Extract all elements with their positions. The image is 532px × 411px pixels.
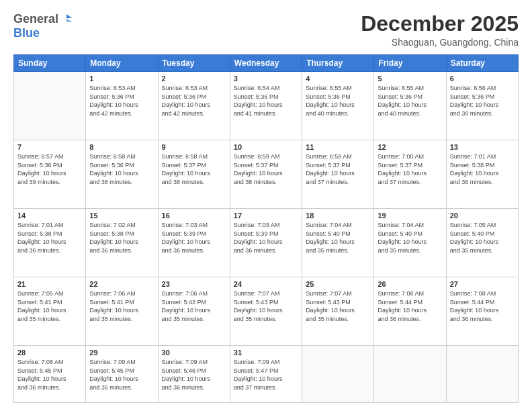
day-info: Sunrise: 6:59 AM Sunset: 5:37 PM Dayligh… (234, 152, 298, 186)
calendar-day-cell: 16Sunrise: 7:03 AM Sunset: 5:39 PM Dayli… (158, 209, 230, 277)
calendar-day-cell: 25Sunrise: 7:07 AM Sunset: 5:43 PM Dayli… (302, 277, 374, 346)
day-info: Sunrise: 7:09 AM Sunset: 5:47 PM Dayligh… (234, 358, 298, 392)
calendar-week-row: 14Sunrise: 7:01 AM Sunset: 5:38 PM Dayli… (14, 209, 519, 277)
day-number: 31 (234, 349, 298, 357)
calendar-day-cell: 14Sunrise: 7:01 AM Sunset: 5:38 PM Dayli… (14, 209, 86, 277)
calendar-day-cell: 6Sunrise: 6:56 AM Sunset: 5:36 PM Daylig… (446, 72, 518, 140)
day-number: 28 (17, 349, 82, 357)
month-title: December 2025 (361, 12, 519, 36)
svg-marker-1 (66, 18, 72, 22)
day-info: Sunrise: 7:09 AM Sunset: 5:46 PM Dayligh… (162, 358, 226, 392)
day-number: 21 (17, 280, 82, 288)
day-info: Sunrise: 6:55 AM Sunset: 5:36 PM Dayligh… (306, 84, 370, 118)
calendar-day-cell: 28Sunrise: 7:08 AM Sunset: 5:45 PM Dayli… (14, 345, 86, 402)
calendar-day-cell (446, 345, 518, 402)
calendar-day-cell: 4Sunrise: 6:55 AM Sunset: 5:36 PM Daylig… (302, 72, 374, 140)
day-of-week-header: Tuesday (158, 55, 230, 72)
calendar-week-row: 21Sunrise: 7:05 AM Sunset: 5:41 PM Dayli… (14, 277, 519, 346)
day-number: 16 (162, 212, 226, 220)
day-number: 27 (450, 280, 515, 288)
calendar-day-cell (374, 345, 446, 402)
calendar-day-cell: 2Sunrise: 6:53 AM Sunset: 5:36 PM Daylig… (158, 72, 230, 140)
day-info: Sunrise: 7:04 AM Sunset: 5:40 PM Dayligh… (306, 221, 370, 255)
day-info: Sunrise: 7:06 AM Sunset: 5:42 PM Dayligh… (162, 289, 226, 323)
calendar-day-cell: 27Sunrise: 7:08 AM Sunset: 5:44 PM Dayli… (446, 277, 518, 346)
day-number: 23 (162, 280, 226, 288)
title-block: December 2025 Shaoguan, Guangdong, China (361, 12, 519, 48)
day-number: 26 (378, 280, 442, 288)
header: General Blue December 2025 Shaoguan, Gua… (13, 12, 519, 48)
calendar-day-cell: 29Sunrise: 7:09 AM Sunset: 5:45 PM Dayli… (86, 345, 158, 402)
logo-blue-text: Blue (13, 26, 40, 40)
day-of-week-header: Sunday (14, 55, 86, 72)
location-title: Shaoguan, Guangdong, China (361, 37, 519, 48)
calendar-day-cell: 8Sunrise: 6:58 AM Sunset: 5:36 PM Daylig… (86, 140, 158, 209)
logo-general-text: General (13, 12, 58, 26)
day-info: Sunrise: 7:04 AM Sunset: 5:40 PM Dayligh… (378, 221, 442, 255)
calendar-day-cell: 15Sunrise: 7:02 AM Sunset: 5:38 PM Dayli… (86, 209, 158, 277)
day-number: 10 (234, 143, 298, 151)
day-info: Sunrise: 6:58 AM Sunset: 5:36 PM Dayligh… (89, 152, 154, 186)
day-number: 19 (378, 212, 442, 220)
calendar-week-row: 1Sunrise: 6:53 AM Sunset: 5:36 PM Daylig… (14, 72, 519, 140)
calendar-day-cell: 20Sunrise: 7:05 AM Sunset: 5:40 PM Dayli… (446, 209, 518, 277)
day-number: 22 (89, 280, 154, 288)
calendar-day-cell: 22Sunrise: 7:06 AM Sunset: 5:41 PM Dayli… (86, 277, 158, 346)
calendar-table: SundayMondayTuesdayWednesdayThursdayFrid… (13, 54, 519, 403)
day-info: Sunrise: 7:08 AM Sunset: 5:44 PM Dayligh… (450, 289, 515, 323)
calendar-day-cell: 19Sunrise: 7:04 AM Sunset: 5:40 PM Dayli… (374, 209, 446, 277)
day-number: 17 (234, 212, 298, 220)
day-number: 25 (306, 280, 370, 288)
day-info: Sunrise: 6:53 AM Sunset: 5:36 PM Dayligh… (89, 84, 154, 118)
day-number: 4 (306, 75, 370, 83)
day-info: Sunrise: 6:59 AM Sunset: 5:37 PM Dayligh… (306, 152, 370, 186)
day-info: Sunrise: 6:53 AM Sunset: 5:36 PM Dayligh… (162, 84, 226, 118)
day-info: Sunrise: 7:08 AM Sunset: 5:44 PM Dayligh… (378, 289, 442, 323)
calendar-header-row: SundayMondayTuesdayWednesdayThursdayFrid… (14, 55, 519, 72)
day-number: 6 (450, 75, 515, 83)
day-number: 2 (162, 75, 226, 83)
day-of-week-header: Friday (374, 55, 446, 72)
calendar-day-cell: 7Sunrise: 6:57 AM Sunset: 5:36 PM Daylig… (14, 140, 86, 209)
day-of-week-header: Thursday (302, 55, 374, 72)
day-number: 1 (89, 75, 154, 83)
day-info: Sunrise: 7:07 AM Sunset: 5:43 PM Dayligh… (306, 289, 370, 323)
calendar-day-cell: 5Sunrise: 6:55 AM Sunset: 5:36 PM Daylig… (374, 72, 446, 140)
calendar-day-cell: 23Sunrise: 7:06 AM Sunset: 5:42 PM Dayli… (158, 277, 230, 346)
logo: General Blue (13, 12, 73, 40)
calendar-week-row: 7Sunrise: 6:57 AM Sunset: 5:36 PM Daylig… (14, 140, 519, 209)
day-info: Sunrise: 7:01 AM Sunset: 5:38 PM Dayligh… (450, 152, 515, 186)
calendar-day-cell: 26Sunrise: 7:08 AM Sunset: 5:44 PM Dayli… (374, 277, 446, 346)
day-number: 20 (450, 212, 515, 220)
day-info: Sunrise: 6:55 AM Sunset: 5:36 PM Dayligh… (378, 84, 442, 118)
calendar-day-cell (14, 72, 86, 140)
calendar-day-cell: 1Sunrise: 6:53 AM Sunset: 5:36 PM Daylig… (86, 72, 158, 140)
day-info: Sunrise: 6:54 AM Sunset: 5:36 PM Dayligh… (234, 84, 298, 118)
day-number: 29 (89, 349, 154, 357)
day-number: 13 (450, 143, 515, 151)
day-info: Sunrise: 7:05 AM Sunset: 5:41 PM Dayligh… (17, 289, 82, 323)
day-number: 18 (306, 212, 370, 220)
day-of-week-header: Saturday (446, 55, 518, 72)
calendar-day-cell: 31Sunrise: 7:09 AM Sunset: 5:47 PM Dayli… (230, 345, 302, 402)
day-info: Sunrise: 7:09 AM Sunset: 5:45 PM Dayligh… (89, 358, 154, 392)
day-info: Sunrise: 7:03 AM Sunset: 5:39 PM Dayligh… (162, 221, 226, 255)
day-info: Sunrise: 7:07 AM Sunset: 5:43 PM Dayligh… (234, 289, 298, 323)
day-info: Sunrise: 7:01 AM Sunset: 5:38 PM Dayligh… (17, 221, 82, 255)
calendar-day-cell: 17Sunrise: 7:03 AM Sunset: 5:39 PM Dayli… (230, 209, 302, 277)
calendar-day-cell: 10Sunrise: 6:59 AM Sunset: 5:37 PM Dayli… (230, 140, 302, 209)
day-info: Sunrise: 6:56 AM Sunset: 5:36 PM Dayligh… (450, 84, 515, 118)
day-number: 9 (162, 143, 226, 151)
day-of-week-header: Wednesday (230, 55, 302, 72)
day-number: 24 (234, 280, 298, 288)
calendar-day-cell: 9Sunrise: 6:58 AM Sunset: 5:37 PM Daylig… (158, 140, 230, 209)
day-number: 5 (378, 75, 442, 83)
calendar-week-row: 28Sunrise: 7:08 AM Sunset: 5:45 PM Dayli… (14, 345, 519, 402)
day-info: Sunrise: 7:08 AM Sunset: 5:45 PM Dayligh… (17, 358, 82, 392)
day-info: Sunrise: 7:02 AM Sunset: 5:38 PM Dayligh… (89, 221, 154, 255)
calendar-day-cell: 24Sunrise: 7:07 AM Sunset: 5:43 PM Dayli… (230, 277, 302, 346)
calendar-day-cell: 21Sunrise: 7:05 AM Sunset: 5:41 PM Dayli… (14, 277, 86, 346)
day-info: Sunrise: 6:57 AM Sunset: 5:36 PM Dayligh… (17, 152, 82, 186)
day-info: Sunrise: 7:00 AM Sunset: 5:37 PM Dayligh… (378, 152, 442, 186)
day-number: 3 (234, 75, 298, 83)
